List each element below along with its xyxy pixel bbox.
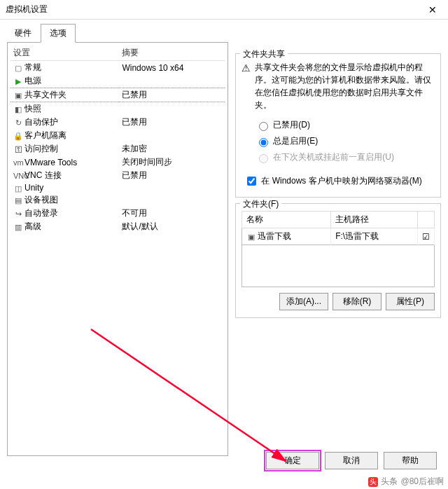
settings-row-name: 快照 — [24, 104, 41, 113]
col-folder-name: 名称 — [242, 212, 331, 228]
vnc-icon: VNC — [13, 172, 23, 180]
remove-folder-button[interactable]: 移除(R) — [332, 293, 382, 310]
settings-row-name: 设备视图 — [24, 195, 58, 205]
warning-text: 共享文件夹会将您的文件显示给虚拟机中的程序。这可能为您的计算机和数据带来风险。请… — [255, 61, 435, 111]
settings-row-summary: 已禁用 — [119, 88, 225, 102]
vmware-icon: vm — [13, 158, 23, 167]
settings-row-summary — [119, 129, 225, 142]
settings-row[interactable]: ⚿访问控制未加密 — [10, 142, 225, 156]
key-icon: ⚿ — [13, 145, 23, 153]
folders-group: 文件夹(F) 名称 主机路径 ▣迅雷下载F:\迅雷下载☑ 添加(A)... 移除… — [235, 203, 441, 318]
col-folder-checked — [418, 212, 435, 228]
tab-options[interactable]: 选项 — [41, 24, 76, 43]
folder-icon: ▣ — [246, 233, 256, 241]
settings-row-summary — [119, 74, 225, 88]
close-icon[interactable]: ✕ — [423, 4, 442, 15]
col-summary: 摘要 — [119, 46, 225, 61]
tab-hardware[interactable]: 硬件 — [6, 24, 41, 43]
settings-row[interactable]: 🔒客户机隔离 — [10, 129, 225, 142]
settings-row-name: 共享文件夹 — [24, 90, 66, 99]
settings-row-name: VMware Tools — [24, 158, 77, 167]
watermark-handle: @80后崔啊 — [400, 476, 444, 488]
sharing-warning: ⚠ 共享文件夹会将您的文件显示给虚拟机中的程序。这可能为您的计算机和数据带来风险… — [241, 61, 435, 111]
col-folder-path: 主机路径 — [331, 212, 418, 228]
settings-row-summary — [119, 102, 225, 116]
radio-always[interactable]: 总是启用(E) — [241, 133, 435, 149]
radio-always-input[interactable] — [259, 138, 268, 147]
settings-row-name: 高级 — [24, 221, 41, 231]
settings-row-summary — [119, 193, 225, 207]
map-drive-label: 在 Windows 客户机中映射为网络驱动器(M) — [261, 176, 421, 186]
radio-until-label: 在下次关机或挂起前一直启用(U) — [273, 152, 394, 162]
settings-row-name: VNC 连接 — [24, 170, 62, 180]
settings-list-panel: 设置 摘要 ▢常规Windows 10 x64▶电源▣共享文件夹已禁用◧快照↻自… — [7, 42, 228, 456]
radio-disabled-label: 已禁用(D) — [273, 120, 310, 130]
right-panel: 文件夹共享 ⚠ 共享文件夹会将您的文件显示给虚拟机中的程序。这可能为您的计算机和… — [235, 42, 441, 456]
map-drive-row[interactable]: 在 Windows 客户机中映射为网络驱动器(M) — [241, 172, 435, 190]
watermark: 头 头条 @80后崔啊 — [368, 476, 444, 488]
settings-row-name: 客户机隔离 — [24, 130, 66, 140]
settings-row[interactable]: ▢常规Windows 10 x64 — [10, 61, 225, 75]
settings-table: 设置 摘要 ▢常规Windows 10 x64▶电源▣共享文件夹已禁用◧快照↻自… — [10, 46, 225, 233]
folder-enabled[interactable]: ☑ — [418, 228, 435, 245]
folder-sharing-group: 文件夹共享 ⚠ 共享文件夹会将您的文件显示给虚拟机中的程序。这可能为您的计算机和… — [235, 53, 441, 198]
settings-row-name: 常规 — [24, 62, 41, 72]
settings-row-summary: 关闭时间同步 — [119, 156, 225, 169]
radio-always-label: 总是启用(E) — [273, 136, 318, 146]
folders-buttons: 添加(A)... 移除(R) 属性(P) — [241, 293, 435, 310]
settings-row-summary: 未加密 — [119, 142, 225, 156]
settings-row[interactable]: ◧快照 — [10, 102, 225, 116]
col-device: 设置 — [10, 46, 119, 61]
content-area: 设置 摘要 ▢常规Windows 10 x64▶电源▣共享文件夹已禁用◧快照↻自… — [0, 43, 448, 463]
radio-until: 在下次关机或挂起前一直启用(U) — [241, 149, 435, 165]
settings-row[interactable]: VNCVNC 连接已禁用 — [10, 169, 225, 182]
folders-table: 名称 主机路径 ▣迅雷下载F:\迅雷下载☑ — [241, 211, 435, 245]
titlebar: 虚拟机设置 ✕ — [0, 0, 448, 20]
settings-row-summary: 已禁用 — [119, 169, 225, 182]
folder-path: F:\迅雷下载 — [331, 228, 418, 245]
watermark-logo-icon: 头 — [368, 477, 378, 487]
gear-icon: ▢ — [13, 64, 23, 72]
settings-row-name: 访问控制 — [24, 144, 58, 153]
camera-icon: ◧ — [13, 105, 23, 113]
folder-sharing-title: 文件夹共享 — [240, 48, 288, 60]
settings-row-name: 自动登录 — [24, 208, 58, 218]
radio-disabled[interactable]: 已禁用(D) — [241, 117, 435, 133]
settings-row-summary: 默认/默认 — [119, 220, 225, 233]
folders-title: 文件夹(F) — [240, 198, 281, 210]
shield-icon: ↻ — [13, 118, 23, 127]
ok-button[interactable]: 确定 — [266, 452, 319, 469]
radio-disabled-input[interactable] — [259, 122, 268, 131]
advanced-icon: ▥ — [13, 223, 23, 231]
settings-row[interactable]: ▶电源 — [10, 74, 225, 88]
map-drive-checkbox[interactable] — [247, 177, 256, 186]
folder-properties-button[interactable]: 属性(P) — [386, 293, 435, 310]
settings-row-name: 电源 — [24, 76, 41, 85]
tab-bar: 硬件 选项 — [0, 20, 448, 43]
settings-row-summary: 不可用 — [119, 207, 225, 220]
settings-row[interactable]: ▣共享文件夹已禁用 — [10, 88, 225, 102]
settings-row[interactable]: ↪自动登录不可用 — [10, 207, 225, 220]
watermark-prefix: 头条 — [381, 476, 398, 488]
folder-icon: ▣ — [13, 91, 23, 99]
login-icon: ↪ — [13, 209, 23, 218]
settings-row[interactable]: vmVMware Tools关闭时间同步 — [10, 156, 225, 169]
settings-row[interactable]: ▤设备视图 — [10, 193, 225, 207]
folders-empty-area — [241, 245, 435, 287]
device-icon: ▤ — [13, 196, 23, 205]
window-title: 虚拟机设置 — [6, 4, 423, 15]
lock-icon: 🔒 — [13, 132, 23, 140]
settings-row[interactable]: ↻自动保护已禁用 — [10, 116, 225, 129]
folder-row[interactable]: ▣迅雷下载F:\迅雷下载☑ — [242, 228, 435, 245]
play-icon: ▶ — [13, 77, 23, 85]
help-button[interactable]: 帮助 — [384, 452, 437, 469]
settings-row[interactable]: ▥高级默认/默认 — [10, 220, 225, 233]
add-folder-button[interactable]: 添加(A)... — [279, 293, 328, 310]
unity-icon: ◫ — [13, 184, 23, 193]
settings-row[interactable]: ◫Unity — [10, 182, 225, 193]
settings-row-summary — [119, 182, 225, 193]
dialog-footer: 确定 取消 帮助 — [0, 448, 448, 474]
settings-row-summary: 已禁用 — [119, 116, 225, 129]
cancel-button[interactable]: 取消 — [325, 452, 378, 469]
settings-row-name: 自动保护 — [24, 117, 58, 127]
